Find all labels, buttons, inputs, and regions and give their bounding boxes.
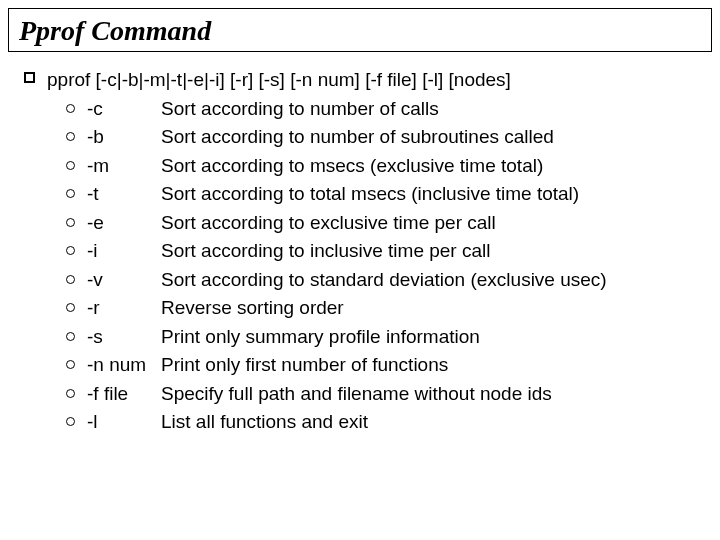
options-list: -c Sort according to number of calls -b … [66,95,704,437]
option-flag: -r [87,294,161,323]
option-desc: Sort according to standard deviation (ex… [161,266,704,295]
option-desc: Print only first number of functions [161,351,704,380]
option-desc: Sort according to exclusive time per cal… [161,209,704,238]
option-flag: -i [87,237,161,266]
list-item: -t Sort according to total msecs (inclus… [66,180,704,209]
usage-text: pprof [-c|-b|-m|-t|-e|-i] [-r] [-s] [-n … [47,66,704,95]
circle-bullet-icon [66,132,75,141]
circle-bullet-icon [66,360,75,369]
list-item: -f file Specify full path and filename w… [66,380,704,409]
option-flag: -l [87,408,161,437]
circle-bullet-icon [66,303,75,312]
content-area: pprof [-c|-b|-m|-t|-e|-i] [-r] [-s] [-n … [0,66,720,437]
list-item: -i Sort according to inclusive time per … [66,237,704,266]
circle-bullet-icon [66,218,75,227]
option-desc: Sort according to number of calls [161,95,704,124]
list-item: -e Sort according to exclusive time per … [66,209,704,238]
list-item: -s Print only summary profile informatio… [66,323,704,352]
option-desc: Sort according to inclusive time per cal… [161,237,704,266]
list-item: -b Sort according to number of subroutin… [66,123,704,152]
option-flag: -c [87,95,161,124]
option-desc: Sort according to number of subroutines … [161,123,704,152]
circle-bullet-icon [66,332,75,341]
option-desc: Reverse sorting order [161,294,704,323]
circle-bullet-icon [66,389,75,398]
circle-bullet-icon [66,275,75,284]
option-desc: Sort according to total msecs (inclusive… [161,180,704,209]
slide-title: Pprof Command [19,15,211,46]
list-item: -n num Print only first number of functi… [66,351,704,380]
option-flag: -e [87,209,161,238]
option-flag: -v [87,266,161,295]
usage-line: pprof [-c|-b|-m|-t|-e|-i] [-r] [-s] [-n … [24,66,704,95]
option-flag: -b [87,123,161,152]
circle-bullet-icon [66,189,75,198]
option-desc: List all functions and exit [161,408,704,437]
list-item: -c Sort according to number of calls [66,95,704,124]
option-desc: Sort according to msecs (exclusive time … [161,152,704,181]
list-item: -l List all functions and exit [66,408,704,437]
option-desc: Print only summary profile information [161,323,704,352]
list-item: -m Sort according to msecs (exclusive ti… [66,152,704,181]
circle-bullet-icon [66,417,75,426]
option-flag: -f file [87,380,161,409]
square-bullet-icon [24,72,35,83]
option-flag: -n num [87,351,161,380]
title-box: Pprof Command [8,8,712,52]
list-item: -v Sort according to standard deviation … [66,266,704,295]
option-flag: -s [87,323,161,352]
circle-bullet-icon [66,246,75,255]
option-desc: Specify full path and filename without n… [161,380,704,409]
list-item: -r Reverse sorting order [66,294,704,323]
circle-bullet-icon [66,161,75,170]
option-flag: -t [87,180,161,209]
circle-bullet-icon [66,104,75,113]
option-flag: -m [87,152,161,181]
